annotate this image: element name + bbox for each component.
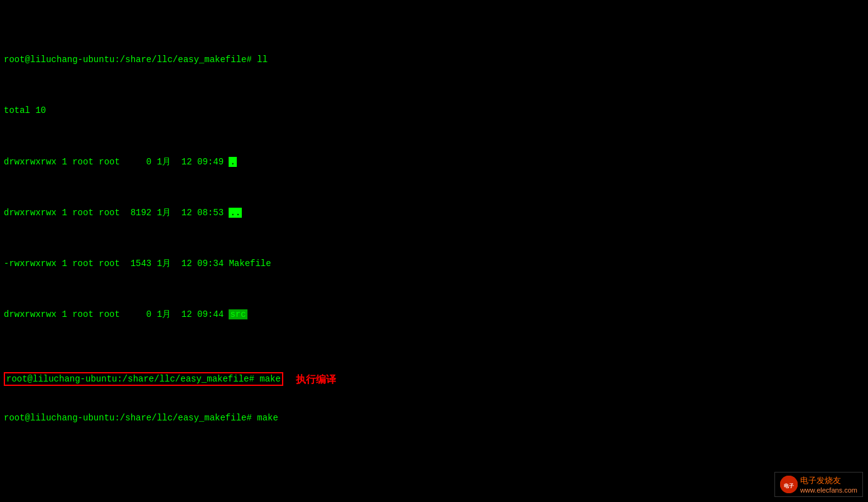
- terminal-line: drwxrwxrwx 1 root root 8192 1月 12 08:53 …: [4, 206, 864, 219]
- terminal-line: drwxrwxrwx 1 root root 0 1月 12 09:49 .: [4, 156, 864, 168]
- execute-compile-row: root@liluchang-ubuntu:/share/llc/easy_ma…: [4, 372, 864, 387]
- svg-text:电子: 电子: [784, 483, 794, 489]
- terminal-line: root@liluchang-ubuntu:/share/llc/easy_ma…: [4, 373, 283, 385]
- execute-compile-annotation: 执行编译: [296, 372, 336, 387]
- terminal-line: root@liluchang-ubuntu:/share/llc/easy_ma…: [4, 53, 864, 66]
- watermark: 电子 电子发烧友 www.elecfans.com: [774, 472, 863, 497]
- terminal-line: [4, 476, 864, 488]
- make-command-box: root@liluchang-ubuntu:/share/llc/easy_ma…: [4, 372, 283, 386]
- terminal-line: total 10: [4, 104, 864, 117]
- terminal-line: -rwxrwxrwx 1 root root 1543 1月 12 09:34 …: [4, 257, 864, 270]
- watermark-icon: 电子: [780, 476, 798, 493]
- terminal-line: root@liluchang-ubuntu:/share/llc/easy_ma…: [4, 412, 864, 424]
- terminal-line: drwxrwxrwx 1 root root 0 1月 12 09:44 src: [4, 308, 864, 321]
- terminal: root@liluchang-ubuntu:/share/llc/easy_ma…: [0, 0, 868, 502]
- watermark-site-name: 电子发烧友: [800, 475, 857, 486]
- watermark-url: www.elecfans.com: [800, 486, 857, 494]
